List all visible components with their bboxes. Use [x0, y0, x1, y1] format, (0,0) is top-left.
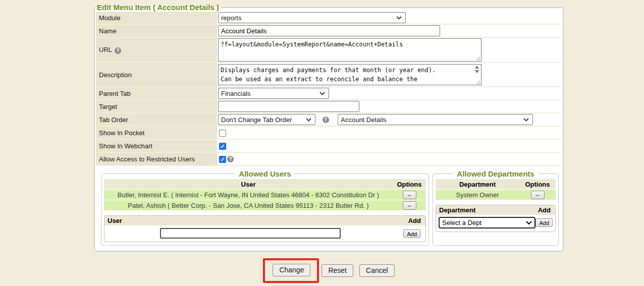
description-textarea[interactable]: Displays charges and payments for that m… [218, 64, 481, 85]
tab-order-select-value: Don't Change Tab Order [221, 116, 292, 124]
chevron-down-icon [526, 221, 532, 225]
tab-order-label: Tab Order [96, 113, 217, 127]
row-show-in-webchart: Show In Webchart ✓ [96, 140, 562, 153]
allowed-user-row: Butler, Internist E. ( Internist - Fort … [104, 190, 426, 200]
remove-user-button[interactable]: – [403, 191, 416, 199]
module-label: Module [96, 12, 217, 25]
row-target: Target [96, 100, 562, 113]
add-user-input[interactable] [160, 228, 341, 239]
name-input[interactable] [218, 25, 440, 36]
tab-order-position-value: Account Details [341, 116, 386, 124]
scroll-down-icon[interactable] [475, 70, 479, 73]
allowed-users-table: User Options Butler, Internist E. ( Inte… [104, 179, 426, 211]
tab-order-position-select[interactable]: Account Details [338, 114, 533, 125]
show-in-pocket-label: Show In Pocket [96, 127, 217, 140]
allowed-user-name: Patel, Ashish ( Better Corp. - San Jose,… [104, 200, 393, 210]
url-label: URL [99, 46, 112, 53]
help-icon[interactable]: ? [227, 156, 234, 162]
check-icon: ✓ [220, 156, 225, 162]
name-label: Name [96, 25, 217, 38]
chevron-down-icon [523, 118, 529, 122]
parent-tab-select-value: Financials [221, 90, 251, 97]
form-actions: Change Reset Cancel [94, 258, 564, 283]
add-department-button[interactable]: Add [535, 218, 553, 227]
allowed-department-row: System Owner – [436, 190, 556, 200]
row-tab-order: Tab Order Don't Change Tab Order ? Accou… [96, 113, 562, 127]
department-column-header: Department [436, 179, 519, 189]
allowed-department-name: System Owner [436, 190, 519, 200]
add-user-header: User [108, 217, 122, 224]
department-select-value: Select a Dept [442, 219, 481, 226]
options-column-header: Options [393, 179, 426, 189]
form-table: Module reports Name [96, 12, 562, 166]
check-icon: ✓ [220, 143, 225, 149]
row-parent-tab: Parent Tab Financials [96, 87, 562, 100]
target-label: Target [96, 100, 217, 113]
remove-department-button[interactable]: – [531, 191, 545, 199]
allowed-departments-section: Allowed Departments Department Options S… [433, 169, 559, 246]
add-department-box: Department Add Select a Dept Add [436, 205, 556, 232]
resize-handle-icon[interactable] [475, 79, 480, 84]
access-panels: Allowed Users User Options Butler, Inter… [96, 166, 562, 250]
allowed-departments-table: Department Options System Owner – [436, 179, 556, 200]
chevron-down-icon [319, 92, 325, 95]
remove-user-button[interactable]: – [403, 201, 416, 210]
chevron-down-icon [306, 118, 311, 122]
parent-tab-label: Parent Tab [96, 87, 217, 100]
allowed-departments-title: Allowed Departments [453, 169, 538, 178]
row-show-in-pocket: Show In Pocket [96, 127, 562, 140]
help-icon[interactable]: ? [115, 47, 121, 54]
row-allow-restricted: Allow Access to Restricted Users ✓? [96, 153, 562, 166]
edit-menu-item-form: Edit Menu Item ( Account Details ) Modul… [94, 3, 564, 283]
textarea-scrollbar[interactable] [473, 66, 480, 73]
row-module: Module reports [96, 12, 562, 25]
allow-restricted-label: Allow Access to Restricted Users [96, 153, 217, 166]
user-column-header: User [104, 179, 393, 189]
add-department-header: Department [439, 206, 475, 214]
allow-restricted-checkbox[interactable]: ✓ [219, 156, 226, 163]
allowed-users-section: Allowed Users User Options Butler, Inter… [101, 169, 429, 246]
url-textarea[interactable]: ?f=layout&module=SystemReport&name=Accou… [218, 38, 481, 62]
allowed-user-name: Butler, Internist E. ( Internist - Fort … [104, 190, 393, 200]
cancel-button[interactable]: Cancel [359, 264, 395, 277]
row-url: URL? ?f=layout&module=SystemReport&name=… [96, 38, 562, 63]
allowed-user-row: Patel, Ashish ( Better Corp. - San Jose,… [104, 200, 426, 210]
help-icon[interactable]: ? [323, 117, 329, 123]
annotation-highlight-box: Change [263, 258, 319, 283]
chevron-down-icon [396, 16, 402, 20]
allowed-users-title: Allowed Users [235, 169, 294, 178]
module-select-value: reports [221, 14, 241, 22]
add-user-button[interactable]: Add [403, 230, 420, 238]
add-header: Add [538, 206, 551, 214]
tab-order-select[interactable]: Don't Change Tab Order [218, 114, 315, 125]
department-select[interactable]: Select a Dept [439, 217, 535, 228]
add-user-box: User Add Add [104, 215, 426, 242]
description-label: Description [96, 63, 217, 87]
show-in-pocket-checkbox[interactable] [219, 130, 226, 137]
scroll-up-icon[interactable] [475, 66, 479, 69]
url-textarea-text: ?f=layout&module=SystemReport&name=Accou… [219, 39, 481, 50]
reset-button[interactable]: Reset [321, 264, 353, 277]
page-title: Edit Menu Item ( Account Details ) [96, 3, 221, 12]
options-column-header: Options [519, 179, 556, 189]
target-input[interactable] [218, 101, 359, 112]
show-in-webchart-label: Show In Webchart [96, 140, 217, 153]
description-textarea-text: Displays charges and payments for that m… [219, 65, 481, 85]
change-button[interactable]: Change [273, 264, 310, 276]
module-select[interactable]: reports [218, 12, 406, 23]
row-name: Name [96, 25, 562, 38]
parent-tab-select[interactable]: Financials [218, 88, 329, 99]
page: Edit Menu Item ( Account Details ) Modul… [0, 0, 644, 286]
add-header: Add [408, 217, 421, 224]
resize-handle-icon[interactable] [475, 55, 480, 61]
row-description: Description Displays charges and payment… [96, 63, 562, 87]
show-in-webchart-checkbox[interactable]: ✓ [219, 143, 226, 150]
edit-menu-item-fieldset: Edit Menu Item ( Account Details ) Modul… [94, 3, 564, 252]
